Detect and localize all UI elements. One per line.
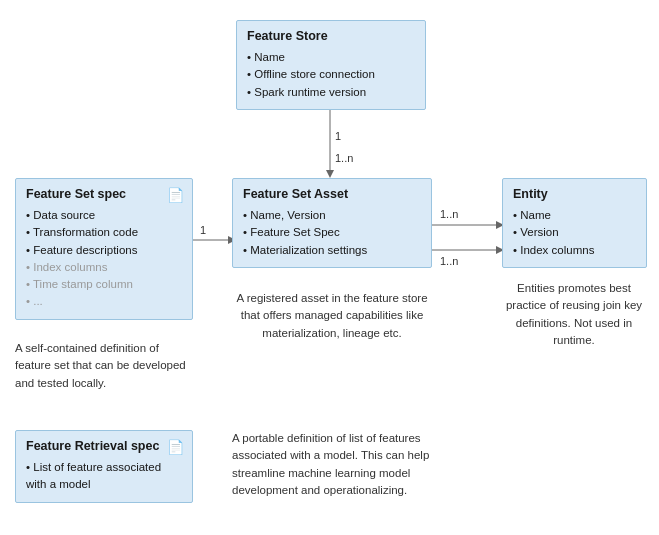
feature-store-item-1: Name <box>247 49 415 66</box>
retrieval-item-1: List of feature associated with a model <box>26 459 164 494</box>
feature-retrieval-spec-desc: A portable definition of list of feature… <box>232 430 432 499</box>
feature-set-spec-title: Feature Set spec <box>26 187 164 201</box>
asset-item-3: Materialization settings <box>243 242 421 259</box>
feature-store-item-2: Offline store connection <box>247 66 415 83</box>
feature-set-asset-box: Feature Set Asset Name, Version Feature … <box>232 178 432 268</box>
feature-retrieval-spec-title: Feature Retrieval spec <box>26 439 164 453</box>
spec-item-5: Time stamp column <box>26 276 164 293</box>
feature-set-spec-box: 📄 Feature Set spec Data source Transform… <box>15 178 193 320</box>
feature-set-spec-desc: A self-contained definition of feature s… <box>15 340 193 392</box>
svg-text:1: 1 <box>335 130 341 142</box>
entity-desc: Entities promotes best practice of reusi… <box>500 280 648 349</box>
svg-marker-1 <box>326 170 334 178</box>
feature-store-title: Feature Store <box>247 29 415 43</box>
feature-set-spec-list: Data source Transformation code Feature … <box>26 207 164 311</box>
feature-set-asset-list: Name, Version Feature Set Spec Materiali… <box>243 207 421 259</box>
feature-retrieval-spec-list: List of feature associated with a model <box>26 459 164 494</box>
entity-item-2: Version <box>513 224 636 241</box>
svg-text:1..n: 1..n <box>335 152 353 164</box>
feature-store-box: Feature Store Name Offline store connect… <box>236 20 426 110</box>
spec-item-4: Index columns <box>26 259 164 276</box>
feature-store-item-3: Spark runtime version <box>247 84 415 101</box>
entity-item-1: Name <box>513 207 636 224</box>
svg-text:1..n: 1..n <box>440 208 458 220</box>
diagram-container: 1 1..n 1 1..n 1..n Feature Store Name Of… <box>0 0 659 535</box>
asset-item-1: Name, Version <box>243 207 421 224</box>
entity-item-3: Index columns <box>513 242 636 259</box>
spec-item-1: Data source <box>26 207 164 224</box>
feature-retrieval-spec-box: 📄 Feature Retrieval spec List of feature… <box>15 430 193 503</box>
asset-item-2: Feature Set Spec <box>243 224 421 241</box>
spec-item-3: Feature descriptions <box>26 242 164 259</box>
entity-title: Entity <box>513 187 636 201</box>
feature-set-asset-title: Feature Set Asset <box>243 187 421 201</box>
doc-icon: 📄 <box>167 187 184 203</box>
entity-box: Entity Name Version Index columns <box>502 178 647 268</box>
spec-item-6: ... <box>26 293 164 310</box>
svg-text:1: 1 <box>200 224 206 236</box>
feature-store-list: Name Offline store connection Spark runt… <box>247 49 415 101</box>
doc-icon-2: 📄 <box>167 439 184 455</box>
svg-text:1..n: 1..n <box>440 255 458 267</box>
entity-list: Name Version Index columns <box>513 207 636 259</box>
feature-set-asset-desc: A registered asset in the feature store … <box>232 290 432 342</box>
spec-item-2: Transformation code <box>26 224 164 241</box>
